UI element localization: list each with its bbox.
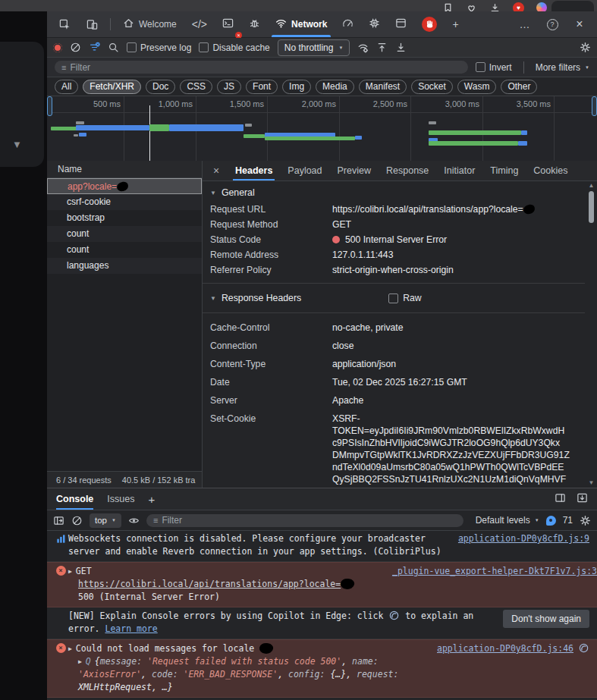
devtools-tabbar: Welcome </> × Network + … ? × — [47, 11, 597, 38]
copilot-icon[interactable] — [578, 642, 589, 654]
request-row-applocale[interactable]: app?locale= — [47, 178, 202, 194]
preserve-log-checkbox[interactable]: Preserve log — [127, 42, 191, 53]
log-levels-select[interactable]: Default levels ▼ — [476, 515, 539, 526]
detail-tab-preview[interactable]: Preview — [331, 161, 378, 180]
expand-triangle-icon[interactable]: ▶ — [68, 645, 72, 652]
expand-triangle-icon[interactable]: ▶ — [78, 658, 82, 665]
search-icon[interactable] — [108, 42, 119, 53]
detail-tab-payload[interactable]: Payload — [281, 161, 328, 180]
request-row-count[interactable]: count — [47, 242, 202, 258]
filter-chip-font[interactable]: Font — [246, 80, 278, 94]
request-url-link[interactable]: https://colibri.local/api/translations/a… — [78, 579, 341, 589]
chevron-down-icon[interactable]: ▼ — [12, 139, 22, 150]
close-devtools-button[interactable]: × — [567, 14, 592, 35]
add-drawer-tab-button[interactable]: + — [148, 493, 155, 506]
filter-input[interactable]: ≡ Filter — [55, 61, 468, 74]
overview-handle-right[interactable] — [592, 96, 597, 116]
detail-tab-initiator[interactable]: Initiator — [437, 161, 482, 180]
more-filters-button[interactable]: More filters ▼ — [536, 62, 589, 73]
expand-triangle-icon[interactable]: ▶ — [68, 568, 72, 575]
filter-chip-wasm[interactable]: Wasm — [457, 80, 497, 94]
essentials-icon[interactable] — [466, 2, 477, 13]
filter-chip-all[interactable]: All — [55, 80, 78, 94]
clear-console-icon[interactable] — [71, 515, 83, 526]
checkbox-box — [388, 293, 398, 303]
general-section-header[interactable]: ▼General — [203, 184, 585, 202]
filter-chip-manifest[interactable]: Manifest — [359, 80, 407, 94]
dock-panel-icon[interactable] — [555, 492, 566, 506]
detail-tab-timing[interactable]: Timing — [483, 161, 525, 180]
learn-more-link[interactable]: Learn more — [105, 623, 157, 634]
disable-cache-checkbox[interactable]: Disable cache — [199, 42, 269, 53]
extension-adblock-icon[interactable]: ♥ — [513, 2, 524, 13]
throttling-select[interactable]: No throttling ▼ — [278, 39, 350, 56]
filter-chip-media[interactable]: Media — [316, 80, 354, 94]
device-emulation-icon[interactable] — [79, 14, 105, 35]
request-row-count[interactable]: count — [47, 226, 202, 242]
tab-sources[interactable]: </> — [185, 11, 214, 37]
scroll-down-icon[interactable]: ▼ — [586, 479, 596, 486]
context-select[interactable]: top ▼ — [90, 513, 121, 528]
filter-chip-fetchxhr[interactable]: Fetch/XHR — [83, 80, 141, 94]
console-settings-gear-icon[interactable] — [580, 515, 591, 526]
scrollbar-thumb[interactable] — [589, 191, 594, 223]
console-tab-issues[interactable]: Issues — [107, 488, 134, 510]
dont-show-again-button[interactable]: Don't show again — [503, 610, 589, 628]
network-overview[interactable]: 500 ms1,000 ms1,500 ms2,000 ms2,500 ms3,… — [47, 96, 597, 162]
detail-tab-cookies[interactable]: Cookies — [526, 161, 574, 180]
clear-network-log-icon[interactable] — [70, 42, 81, 53]
tab-welcome[interactable]: Welcome — [116, 11, 184, 37]
console-tab-console[interactable]: Console — [56, 488, 93, 510]
more-options-button[interactable]: … — [512, 14, 538, 35]
tab-network[interactable]: Network — [269, 11, 334, 37]
response-headers-section-header[interactable]: ▼Response HeadersRaw — [203, 289, 585, 307]
detail-tab-headers[interactable]: Headers — [228, 161, 279, 180]
browser-tab[interactable] — [551, 1, 594, 12]
issues-count[interactable]: 71 — [563, 515, 573, 526]
export-har-icon[interactable] — [395, 42, 407, 53]
raw-checkbox[interactable]: Raw — [388, 293, 421, 303]
request-row-languages[interactable]: languages — [47, 258, 202, 274]
live-expression-eye-icon[interactable] — [128, 515, 140, 526]
favorites-icon[interactable] — [442, 2, 454, 13]
filter-chip-socket[interactable]: Socket — [411, 80, 453, 94]
expand-quickview-icon[interactable] — [577, 492, 588, 506]
tab-memory[interactable] — [362, 11, 387, 37]
detail-scrollbar[interactable]: ▲ ▼ — [586, 182, 596, 486]
inspect-element-icon[interactable] — [52, 14, 77, 35]
invert-checkbox[interactable]: Invert — [476, 62, 512, 73]
filter-chip-js[interactable]: JS — [217, 80, 241, 94]
request-row-csrfcookie[interactable]: csrf-cookie — [47, 194, 202, 210]
column-header-name[interactable]: Name — [47, 161, 202, 178]
console-filter-input[interactable]: ≡ Filter — [146, 514, 463, 527]
request-row-bootstrap[interactable]: bootstrap — [47, 210, 202, 226]
wifi-icon — [275, 17, 287, 31]
source-link[interactable]: _plugin-vue_export-helper-Dkt7F1v7.js:3 — [392, 565, 597, 578]
filter-chip-doc[interactable]: Doc — [146, 80, 175, 94]
help-button[interactable]: ? — [539, 14, 565, 35]
source-link[interactable]: application-DP0y8cfD.js:9 — [458, 532, 589, 545]
record-network-log-button[interactable] — [53, 43, 62, 52]
tab-debugger[interactable] — [242, 11, 267, 37]
error-icon: × — [56, 566, 66, 576]
filter-chip-other[interactable]: Other — [501, 80, 537, 94]
tab-performance[interactable] — [335, 11, 360, 37]
detail-tab-response[interactable]: Response — [379, 161, 435, 180]
close-detail-icon[interactable]: × — [209, 165, 224, 177]
tab-application[interactable] — [388, 11, 413, 37]
tab-console[interactable]: × — [215, 11, 240, 37]
source-link[interactable]: application-DP0y8cfD.js:46 — [437, 642, 573, 655]
tab-adblock[interactable] — [415, 11, 444, 37]
more-tabs-button[interactable]: + — [445, 11, 465, 37]
overview-handle-left[interactable] — [47, 96, 52, 116]
downloads-icon[interactable] — [489, 2, 501, 13]
network-settings-gear-icon[interactable] — [580, 42, 591, 53]
filter-chip-css[interactable]: CSS — [180, 80, 212, 94]
network-conditions-icon[interactable] — [357, 42, 369, 53]
filter-chip-img[interactable]: Img — [282, 80, 311, 94]
console-sidebar-icon[interactable] — [53, 515, 64, 526]
issues-bubble-icon[interactable] — [546, 516, 556, 526]
import-har-icon[interactable] — [376, 42, 388, 53]
scroll-up-icon[interactable]: ▲ — [586, 182, 596, 189]
filter-icon[interactable] — [89, 42, 100, 53]
